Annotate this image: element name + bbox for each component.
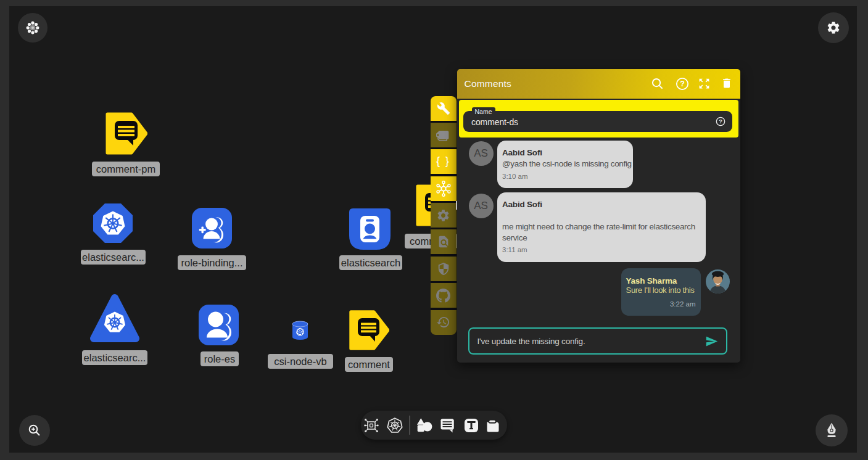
svg-text:?: ? <box>680 80 685 88</box>
svg-text:?: ? <box>719 118 722 125</box>
